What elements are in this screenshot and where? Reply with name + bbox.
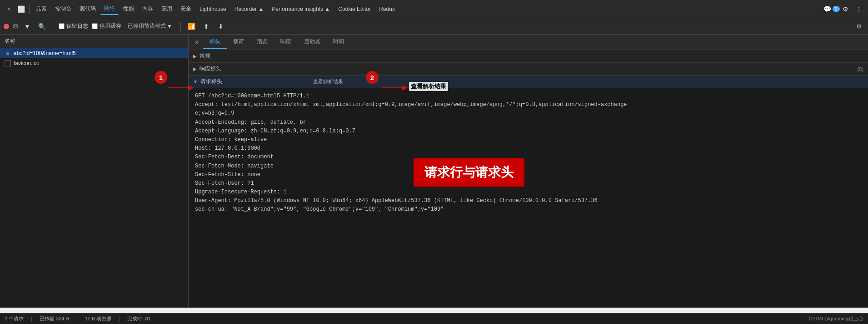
left-panel: 名称 ≡ abc?id=100&name=html5 favicon.ico bbox=[0, 35, 189, 308]
http-line-5: Accept-Language: zh-CN,zh;q=0.9,en;q=0.8… bbox=[195, 127, 862, 136]
menu-bar-left: ⌖ ⬜ 元素 控制台 源代码 网络 性能 内存 应用 安全 Lighthouse… bbox=[4, 3, 399, 15]
menu-application[interactable]: 应用 bbox=[158, 3, 176, 15]
section-response-title: 响应标头 bbox=[200, 65, 221, 73]
tab-payload[interactable]: 载荷 bbox=[227, 35, 250, 49]
preserve-log-text: 保留日志 bbox=[66, 22, 88, 30]
http-line-12: Upgrade-Insecure-Requests: 1 bbox=[195, 188, 862, 197]
device-icon[interactable]: ⬜ bbox=[15, 4, 26, 15]
file-name-abc: abc?id=100&name=html5 bbox=[14, 50, 76, 56]
chat-icon[interactable]: 💬 2 bbox=[826, 4, 837, 15]
menu-console[interactable]: 控制台 bbox=[51, 3, 75, 15]
section-response-headers[interactable]: ▶ 响应标头 (5) bbox=[189, 63, 868, 76]
menu-redux[interactable]: Redux bbox=[375, 4, 399, 14]
download-icon[interactable]: ⬇ bbox=[215, 21, 226, 32]
tab-headers[interactable]: 标头 bbox=[203, 35, 227, 49]
section-response-arrow: ▶ bbox=[193, 66, 197, 71]
toolbar: ⊘ ▼ 🔍 保留日志 停用缓存 已停用节流模式 ▼ 📶 ⬆ ⬇ ⚙ bbox=[0, 18, 868, 35]
wifi-icon[interactable]: 📶 bbox=[186, 21, 197, 32]
tab-preview[interactable]: 预览 bbox=[250, 35, 274, 49]
http-line-6: Connection: keep-alive bbox=[195, 136, 862, 144]
csdn-watermark: CSDN @gaoming很上心 bbox=[808, 315, 863, 322]
menu-network[interactable]: 网络 bbox=[100, 3, 119, 15]
menu-sources[interactable]: 源代码 bbox=[76, 3, 100, 15]
menu-bar-right: 💬 2 ⚙ ⋮ bbox=[826, 4, 864, 15]
menu-cookie-editor[interactable]: Cookie Editor bbox=[334, 4, 374, 14]
file-list: ≡ abc?id=100&name=html5 favicon.ico bbox=[0, 48, 188, 308]
status-requests: 2 个请求 bbox=[5, 315, 24, 322]
menu-elements[interactable]: 元素 bbox=[32, 3, 50, 15]
status-bar: 2 个请求 | 已传输 334 B | 12 B 项资源 | 完成时: 81 C… bbox=[0, 313, 868, 324]
menu-lighthouse[interactable]: Lighthouse bbox=[196, 4, 230, 14]
tab-timing[interactable]: 时间 bbox=[327, 35, 350, 49]
http-line-0: GET /abc?id=100&name=html5 HTTP/1.1 bbox=[195, 92, 862, 101]
sep1 bbox=[29, 5, 30, 14]
menu-perf-insights[interactable]: Performance insights ▲ bbox=[268, 4, 334, 14]
section-response-count: (5) bbox=[858, 66, 863, 72]
menu-performance[interactable]: 性能 bbox=[120, 3, 138, 15]
section-general-title: 常规 bbox=[200, 52, 210, 60]
menu-recorder[interactable]: Recorder ▲ bbox=[231, 4, 268, 14]
panel-header: 名称 bbox=[0, 35, 188, 48]
section-request-headers[interactable]: ▼ 请求标头 查看解析结果 bbox=[189, 76, 868, 88]
menu-memory[interactable]: 内存 bbox=[139, 3, 157, 15]
more-icon[interactable]: ⋮ bbox=[853, 4, 864, 15]
sep3 bbox=[180, 22, 181, 31]
http-line-2: e;v=b3;q=0.9 bbox=[195, 109, 862, 118]
http-line-11: Sec-Fetch-User: ?1 bbox=[195, 179, 862, 188]
http-line-1: Accept: text/html,application/xhtml+xml,… bbox=[195, 101, 862, 109]
file-name-favicon: favicon.ico bbox=[14, 60, 40, 66]
filter-icon[interactable]: ▼ bbox=[22, 21, 33, 32]
red-overlay-box: 请求行与请求头 bbox=[414, 158, 524, 187]
http-line-7: Host: 127.0.0.1:9000 bbox=[195, 144, 862, 153]
panel-title: 名称 bbox=[5, 38, 15, 44]
section-general-arrow: ▶ bbox=[193, 54, 197, 59]
file-item-favicon[interactable]: favicon.ico bbox=[0, 58, 188, 68]
http-line-10: Sec-Fetch-Site: none bbox=[195, 171, 862, 179]
section-request-title: 请求标头 bbox=[200, 78, 222, 86]
http-line-13: User-Agent: Mozilla/5.0 (Windows NT 10.0… bbox=[195, 197, 862, 205]
parse-results-link[interactable]: 查看解析结果 bbox=[313, 78, 343, 85]
throttle-dropdown[interactable]: 已停用节流模式 ▼ bbox=[125, 21, 175, 31]
http-line-4: Accept-Encoding: gzip, deflate, br bbox=[195, 118, 862, 127]
search-icon[interactable]: 🔍 bbox=[36, 21, 47, 32]
record-button[interactable] bbox=[4, 24, 9, 29]
tab-close-btn[interactable]: ✕ bbox=[190, 37, 203, 48]
throttle-label: 已停用节流模式 bbox=[128, 22, 166, 30]
menu-security[interactable]: 安全 bbox=[177, 3, 195, 15]
http-content: GET /abc?id=100&name=html5 HTTP/1.1 Acce… bbox=[189, 88, 868, 308]
disable-cache-label[interactable]: 停用缓存 bbox=[92, 22, 121, 30]
section-general[interactable]: ▶ 常规 bbox=[189, 50, 868, 63]
sep2 bbox=[53, 22, 53, 31]
throttle-arrow: ▼ bbox=[167, 23, 172, 30]
tabs-row: ✕ 标头 载荷 预览 响应 启动器 时间 bbox=[189, 35, 868, 50]
settings-icon[interactable]: ⚙ bbox=[840, 4, 851, 15]
http-line-9: Sec-Fetch-Mode: navigate bbox=[195, 162, 862, 171]
section-request-arrow: ▼ bbox=[193, 79, 198, 84]
tab-response[interactable]: 响应 bbox=[274, 35, 298, 49]
right-panel: ✕ 标头 载荷 预览 响应 启动器 时间 ▶ 常规 ▶ 响应标头 (5) ▼ bbox=[189, 35, 868, 308]
tab-initiator[interactable]: 启动器 bbox=[298, 35, 327, 49]
inspect-icon[interactable]: ⌖ bbox=[4, 4, 15, 15]
file-item-abc[interactable]: ≡ abc?id=100&name=html5 bbox=[0, 48, 188, 58]
menu-bar: ⌖ ⬜ 元素 控制台 源代码 网络 性能 内存 应用 安全 Lighthouse… bbox=[0, 0, 868, 18]
extra-settings-icon[interactable]: ⚙ bbox=[853, 21, 864, 32]
http-line-8: Sec-Fetch-Dest: document bbox=[195, 153, 862, 162]
disable-cache-text: 停用缓存 bbox=[100, 22, 121, 30]
preserve-log-label[interactable]: 保留日志 bbox=[59, 22, 88, 30]
checkbox-favicon bbox=[5, 60, 11, 66]
doc-icon: ≡ bbox=[5, 50, 11, 56]
clear-button[interactable]: ⊘ bbox=[13, 24, 18, 29]
status-resources: 12 B 项资源 bbox=[85, 315, 112, 322]
badge-count: 2 bbox=[833, 6, 840, 12]
disable-cache-checkbox[interactable] bbox=[92, 23, 98, 29]
status-transferred: 已传输 334 B bbox=[40, 315, 69, 322]
preserve-log-checkbox[interactable] bbox=[59, 23, 65, 29]
upload-icon[interactable]: ⬆ bbox=[201, 21, 212, 32]
http-line-14: sec-ch-ua: "Not_A Brand";v="99", "Google… bbox=[195, 205, 862, 214]
status-finish: 完成时: 81 bbox=[127, 315, 150, 322]
